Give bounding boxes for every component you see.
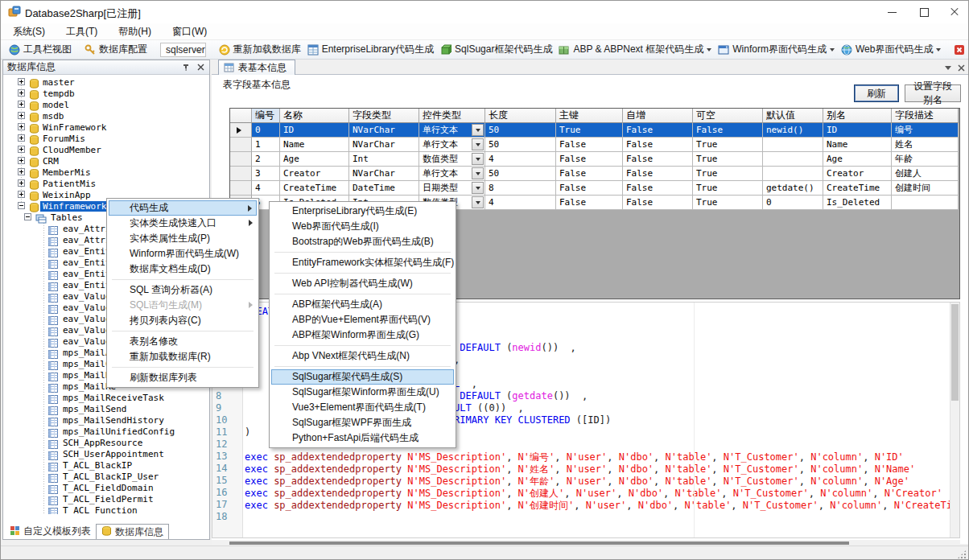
grid-cell[interactable]: 50 [485, 167, 556, 181]
grid-row-selector[interactable] [230, 138, 252, 152]
maximize-button[interactable] [907, 1, 941, 23]
tree-item[interactable]: T_ACL_Function [60, 504, 140, 514]
grid-cell[interactable]: ID [823, 123, 892, 138]
tree-item[interactable]: Tables [48, 212, 85, 223]
tree-item[interactable]: SCH_UserAppointment [60, 448, 167, 459]
grid-cell[interactable]: True [693, 181, 763, 196]
tree-item[interactable]: model [40, 99, 72, 110]
pin-icon[interactable] [180, 62, 192, 73]
toolbar-button-sqlsugar[interactable]: SqlSugar框架代码生成 [437, 42, 555, 58]
grid-cell[interactable]: Name [823, 138, 892, 152]
dropdown-arrow-icon[interactable] [830, 48, 835, 51]
submenu-item[interactable]: EnterpriseLibrary代码生成(E) [271, 204, 454, 219]
grid-cell[interactable]: Is_Deleted [823, 196, 892, 210]
grid-cell[interactable]: 3 [252, 167, 280, 181]
expand-icon[interactable] [18, 134, 25, 142]
grid-column-header[interactable]: 长度 [485, 109, 556, 123]
grid-cell[interactable]: CreateTime [280, 181, 349, 196]
tab-table-basic-info[interactable]: 表基本信息 [218, 60, 295, 75]
tree-item[interactable]: tempdb [40, 88, 77, 99]
cell-combobox-button[interactable] [472, 167, 484, 179]
grid-cell[interactable]: True [693, 152, 763, 167]
cell-combobox-button[interactable] [472, 196, 484, 208]
toolbar-button-tool[interactable]: 数据库配置 [81, 42, 151, 58]
tree-item[interactable]: T_ACL_FieldPermit [60, 493, 156, 504]
toolbar-button-tool[interactable]: 工具栏视图 [6, 42, 75, 58]
minimize-button[interactable] [875, 1, 909, 23]
grid-cell[interactable]: 4 [485, 196, 556, 210]
submenu-item[interactable]: ABP框架Winform界面生成(G) [271, 327, 454, 343]
grid-cell[interactable]: 姓名 [892, 138, 959, 152]
expand-icon[interactable] [18, 101, 25, 108]
toolbar-button-enterpriselibrary[interactable]: EnterpriseLibrary代码生成 [304, 42, 437, 58]
grid-cell[interactable] [763, 152, 823, 167]
grid-cell[interactable]: 年龄 [892, 152, 959, 167]
menubar-item[interactable]: 工具(T) [66, 25, 97, 39]
expand-icon[interactable] [18, 179, 25, 187]
grid-cell[interactable]: False [556, 152, 623, 167]
expand-icon[interactable] [18, 89, 25, 97]
grid-column-header[interactable]: 自增 [623, 109, 693, 123]
grid-cell[interactable]: 50 [485, 138, 556, 152]
cell-combobox-button[interactable] [472, 124, 484, 136]
tree-item[interactable]: mps_MailSendHistory [60, 414, 167, 426]
tree-item[interactable]: WinFramework [40, 121, 109, 133]
grid-row-selector[interactable] [230, 181, 252, 196]
toolbar-button-web[interactable]: Web界面代码生成 [838, 42, 944, 58]
tree-item[interactable]: T_ACL_BlackIP [60, 459, 134, 471]
submenu-item[interactable]: Web界面代码生成(I) [271, 219, 454, 234]
tree-item[interactable]: CRM [40, 155, 61, 167]
grid-cell[interactable]: False [693, 123, 763, 138]
tab-close-icon[interactable] [955, 62, 967, 73]
grid-column-header[interactable]: 字段描述 [892, 109, 959, 123]
context-menu-item[interactable]: 拷贝列表内容(C) [109, 313, 257, 328]
grid-row-selector[interactable] [230, 167, 252, 181]
cell-combobox-button[interactable] [472, 153, 484, 165]
context-menu-item[interactable]: 表别名修改 [109, 334, 257, 349]
toolbar-button-tool[interactable]: 重新加载数据库 [216, 42, 304, 58]
toolbar-button-winform[interactable]: Winform界面代码生成 [715, 42, 838, 58]
grid-cell[interactable]: False [556, 167, 623, 181]
grid-row-selector[interactable] [230, 123, 252, 138]
grid-cell[interactable]: True [693, 138, 763, 152]
grid-cell[interactable]: False [623, 167, 693, 181]
grid-column-header[interactable]: 别名 [823, 109, 892, 123]
grid-cell[interactable]: NVarChar [349, 123, 419, 138]
tree-item[interactable]: mps_MailSend [60, 403, 129, 414]
tree-item[interactable]: master [40, 76, 77, 88]
grid-cell[interactable]: Age [280, 152, 349, 167]
left-tab-template-list[interactable]: 自定义模板列表 [5, 524, 96, 538]
set-field-alias-button[interactable]: 设置字段别名 [905, 84, 961, 102]
context-menu-item[interactable]: 重新加载数据库(R) [109, 349, 257, 364]
grid-cell[interactable]: NVarChar [349, 167, 419, 181]
submenu-item[interactable]: SqlSugar框架Winform界面生成(U) [271, 385, 454, 400]
grid-cell[interactable]: True [693, 196, 763, 210]
horizontal-scrollbar-thumb[interactable] [229, 541, 849, 545]
grid-cell[interactable]: 单行文本 [419, 167, 485, 181]
grid-column-header[interactable]: 可空 [693, 109, 763, 123]
context-menu-item[interactable]: 刷新数据库列表 [109, 370, 257, 385]
tree-item[interactable]: T_ACL_FieldDomain [60, 482, 156, 493]
cell-combobox-button[interactable] [472, 138, 484, 150]
grid-cell[interactable]: 单行文本 [419, 138, 485, 152]
grid-cell[interactable]: Name [280, 138, 349, 152]
grid-cell[interactable]: newid() [763, 123, 823, 138]
cell-combobox-button[interactable] [472, 182, 484, 194]
grid-cell[interactable]: 日期类型 [419, 181, 485, 196]
submenu-item[interactable]: Python+FastApi后端代码生成 [271, 430, 454, 446]
grid-corner-header[interactable] [230, 109, 252, 123]
grid-cell[interactable] [763, 167, 823, 181]
dropdown-arrow-icon[interactable] [707, 48, 711, 51]
expand-icon[interactable] [18, 112, 25, 119]
grid-column-header[interactable]: 编号 [252, 109, 280, 123]
menubar-item[interactable]: 帮助(H) [118, 25, 151, 39]
submenu-item[interactable]: SqlSugar框架WPF界面生成 [271, 415, 454, 430]
grid-cell[interactable]: NVarChar [349, 138, 419, 152]
context-menu-item[interactable]: 数据库文档生成(D) [109, 261, 257, 277]
tree-item[interactable]: mps_MailUnifiedConfig [60, 426, 177, 437]
resize-grip[interactable] [957, 550, 967, 559]
grid-cell[interactable]: ID [280, 123, 349, 138]
grid-cell[interactable]: False [623, 181, 693, 196]
grid-cell[interactable] [892, 196, 959, 210]
tree-item[interactable]: CloudMember [40, 144, 104, 155]
